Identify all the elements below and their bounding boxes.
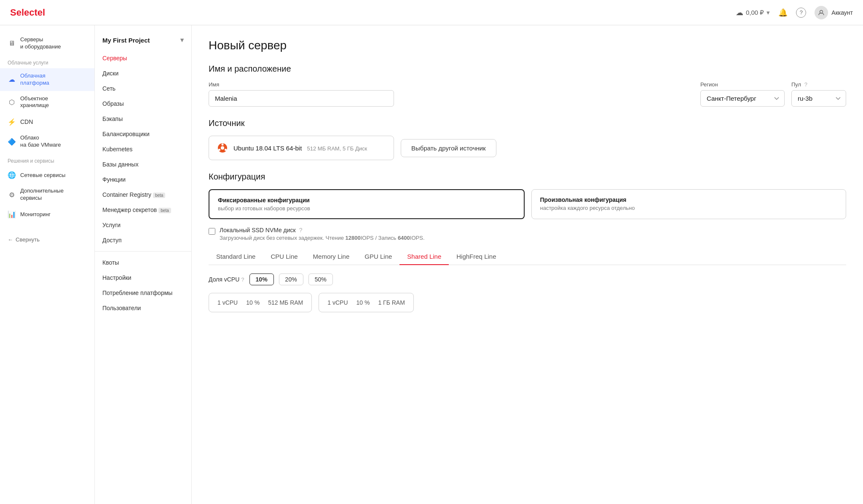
pool-label: Пул ? (791, 81, 846, 88)
vcpu-20-button[interactable]: 20% (279, 273, 303, 285)
cloud-platform-icon: ☁ (8, 75, 16, 84)
change-source-button[interactable]: Выбрать другой источник (401, 139, 496, 157)
sidebar-item-vmware[interactable]: 🔷 Облакона базе VMware (0, 130, 94, 153)
sidebar-item-cloud[interactable]: ☁ Облачнаяплатформа (0, 68, 94, 91)
source-row: Ubuntu 18.04 LTS 64-bit 512 МБ RAM, 5 ГБ… (209, 136, 846, 160)
server-card-vcpu-0: 1 vCPU (217, 299, 238, 306)
name-input[interactable] (209, 90, 394, 107)
monitor-icon: 📊 (8, 210, 16, 219)
mid-nav-access[interactable]: Доступ (95, 233, 191, 248)
nvme-label[interactable]: Локальный SSD NVMe диск ? (220, 227, 302, 233)
help-circle-icon[interactable]: ? (796, 8, 806, 18)
config-section-title: Конфигурация (209, 172, 846, 182)
vcpu-10-button[interactable]: 10% (249, 273, 274, 285)
project-selector[interactable]: My First Project ▾ (95, 32, 191, 51)
mid-nav-consumption[interactable]: Потребление платформы (95, 285, 191, 300)
sidebar-item-object-label: Объектноехранилище (20, 95, 49, 110)
config-section: Конфигурация Фиксированные конфигурации … (209, 172, 846, 312)
nvme-desc: Загрузочный диск без сетевых задержек. Ч… (220, 235, 425, 241)
line-tabs: Standard Line CPU Line Memory Line GPU L… (209, 249, 846, 265)
mid-nav-services[interactable]: Услуги (95, 217, 191, 233)
sidebar-item-object[interactable]: ⬡ Объектноехранилище (0, 91, 94, 114)
svg-point-2 (221, 146, 224, 150)
mid-nav-users[interactable]: Пользователи (95, 300, 191, 316)
sidebar-item-servers[interactable]: 🖥 Серверыи оборудование (0, 32, 94, 55)
config-fixed-desc: выбор из готовых наборов ресурсов (218, 205, 515, 212)
mid-nav-quotas[interactable]: Квоты (95, 255, 191, 270)
account-label: Аккаунт (831, 9, 853, 16)
mid-nav-settings[interactable]: Настройки (95, 270, 191, 285)
mid-nav-kubernetes[interactable]: Kubernetes (95, 142, 191, 157)
svg-point-5 (218, 149, 220, 151)
nvme-help-icon: ? (299, 227, 303, 233)
collapse-arrow-icon: ← (8, 236, 13, 243)
vmware-icon: 🔷 (8, 137, 16, 146)
config-custom-card[interactable]: Произвольная конфигурация настройка кажд… (531, 189, 847, 219)
nvme-checkbox[interactable] (209, 228, 215, 235)
sidebar-mid: My First Project ▾ Серверы Диски Сеть Об… (95, 25, 192, 504)
svg-point-3 (222, 144, 224, 146)
page-title: Новый сервер (209, 39, 846, 52)
header-balance[interactable]: ☁ 0,00 ₽ ▾ (736, 8, 770, 17)
server-cards-row: 1 vCPU 10 % 512 МБ RAM 1 vCPU 10 % 1 ГБ … (209, 293, 846, 312)
header-account[interactable]: Аккаунт (815, 6, 853, 19)
mid-nav-balancers[interactable]: Балансировщики (95, 126, 191, 142)
mid-nav-images[interactable]: Образы (95, 96, 191, 111)
pool-select[interactable]: ru-3b (791, 90, 846, 107)
collapse-button[interactable]: ← Свернуть (0, 231, 94, 248)
bell-icon[interactable]: 🔔 (778, 8, 788, 17)
mid-nav-functions[interactable]: Функции (95, 172, 191, 187)
mid-nav-secrets[interactable]: Менеджер секретовbeta (95, 202, 191, 217)
mid-nav-disks[interactable]: Диски (95, 66, 191, 81)
region-select[interactable]: Санкт-Петербург (700, 90, 785, 107)
mid-nav-network[interactable]: Сеть (95, 81, 191, 96)
secrets-badge: beta (158, 208, 171, 213)
header: Selectel ☁ 0,00 ₽ ▾ 🔔 ? Аккаунт (0, 0, 863, 25)
sidebar-item-extra[interactable]: ⚙ Дополнительныесервисы (0, 183, 94, 206)
network-icon: 🌐 (8, 171, 16, 179)
logo: Selectel (10, 7, 45, 18)
balance-chevron: ▾ (767, 9, 770, 16)
tab-shared[interactable]: Shared Line (399, 249, 449, 265)
name-label: Имя (209, 81, 694, 88)
sidebar-section-solutions: Решения и сервисы (0, 153, 94, 166)
sidebar-item-network[interactable]: 🌐 Сетевые сервисы (0, 166, 94, 183)
config-fixed-card[interactable]: Фиксированные конфигурации выбор из гото… (209, 189, 525, 219)
vcpu-help-icon: ? (241, 276, 244, 283)
source-section: Источник Ubuntu 18.04 LTS 64-bit (209, 118, 846, 160)
tab-standard[interactable]: Standard Line (209, 249, 263, 265)
region-label: Регион (700, 81, 785, 88)
sidebar-item-extra-label: Дополнительныесервисы (20, 188, 64, 202)
server-card-0[interactable]: 1 vCPU 10 % 512 МБ RAM (209, 293, 312, 312)
nvme-label-group: Локальный SSD NVMe диск ? Загрузочный ди… (220, 227, 425, 241)
sidebar-item-cdn[interactable]: ⚡ CDN (0, 113, 94, 130)
sidebar-item-network-label: Сетевые сервисы (20, 172, 65, 178)
vcpu-row: Доля vCPU ? 10% 20% 50% (209, 273, 846, 285)
pool-help-icon: ? (804, 81, 807, 88)
ubuntu-icon (217, 142, 228, 154)
name-section-title: Имя и расположение (209, 64, 846, 74)
project-name: My First Project (102, 37, 150, 44)
config-custom-title: Произвольная конфигурация (540, 196, 838, 203)
mid-nav-backups[interactable]: Бэкапы (95, 111, 191, 126)
tab-memory[interactable]: Memory Line (306, 249, 357, 265)
tab-highfreq[interactable]: HighFreq Line (449, 249, 504, 265)
mid-nav-registry[interactable]: Container Registrybeta (95, 187, 191, 202)
vcpu-50-button[interactable]: 50% (308, 273, 333, 285)
nvme-read: 12800 (346, 235, 361, 241)
servers-icon: 🖥 (8, 39, 16, 48)
source-name: Ubuntu 18.04 LTS 64-bit (233, 145, 302, 152)
tab-gpu[interactable]: GPU Line (357, 249, 399, 265)
mid-nav-servers[interactable]: Серверы (95, 51, 191, 66)
server-card-1[interactable]: 1 vCPU 10 % 1 ГБ RAM (319, 293, 414, 312)
server-card-ram-0: 512 МБ RAM (268, 299, 303, 306)
name-section: Имя и расположение Имя Регион Санкт-Пете… (209, 64, 846, 107)
server-card-pct-0: 10 % (246, 299, 260, 306)
tab-cpu[interactable]: CPU Line (263, 249, 305, 265)
sidebar-item-monitor[interactable]: 📊 Мониторинг (0, 206, 94, 223)
name-form-row: Имя Регион Санкт-Петербург Пул ? ru-3b (209, 81, 846, 107)
balance-value: 0,00 ₽ (746, 9, 764, 16)
config-fixed-title: Фиксированные конфигурации (218, 197, 515, 204)
mid-nav-databases[interactable]: Базы данных (95, 157, 191, 172)
sidebar-left: 🖥 Серверыи оборудование Облачные услуги … (0, 25, 95, 504)
